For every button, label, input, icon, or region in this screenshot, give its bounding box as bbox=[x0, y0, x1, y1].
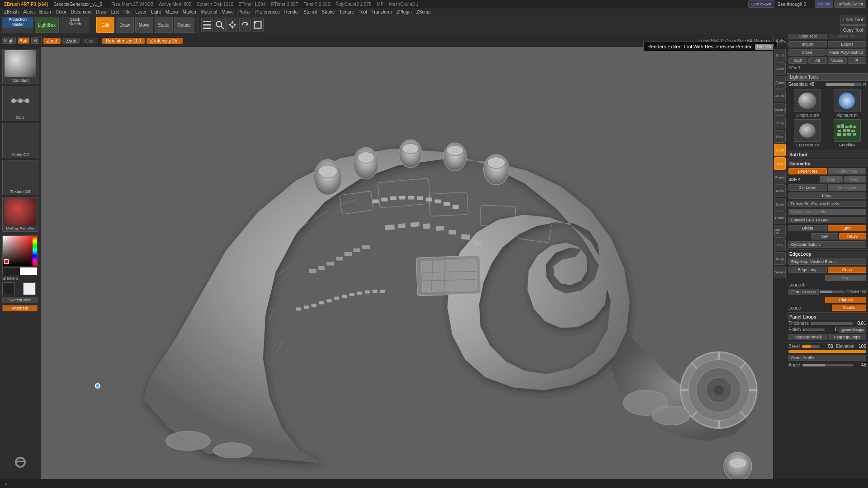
bevel-profile-btn[interactable]: Bevel Profile bbox=[788, 355, 866, 361]
thickness-slider[interactable] bbox=[811, 322, 853, 325]
hue-slider[interactable] bbox=[33, 236, 37, 266]
menu-item-render[interactable]: Render bbox=[282, 9, 302, 14]
zoom-icon[interactable]: Zoom bbox=[774, 62, 786, 75]
menu-item-document[interactable]: Document bbox=[69, 9, 94, 14]
lightbox-button[interactable]: LightBox bbox=[35, 17, 59, 33]
menu-item-texture[interactable]: Texture bbox=[337, 9, 356, 14]
groupsloops-btn[interactable]: GroupsLoops bbox=[788, 289, 819, 295]
menu-item-layer[interactable]: Layer bbox=[133, 9, 149, 14]
laym-btn[interactable]: LAym bbox=[788, 192, 866, 199]
alternate-button[interactable]: Alternate bbox=[2, 305, 38, 311]
greebles-slider[interactable] bbox=[826, 83, 862, 86]
z-intensity-slider[interactable]: Z Intensity 25 bbox=[146, 38, 183, 44]
gpolish-slider[interactable] bbox=[820, 291, 844, 293]
suv-btn[interactable]: Suv bbox=[811, 233, 838, 239]
quick-sketch-button[interactable]: QuickSketch bbox=[60, 17, 90, 33]
actual-icon[interactable]: Actual bbox=[774, 76, 786, 89]
lower-res-btn[interactable]: Lower Res bbox=[788, 168, 827, 174]
simplebrush-thumb[interactable]: SimpleBrush bbox=[788, 89, 827, 117]
export-btn[interactable]: Export bbox=[828, 41, 866, 47]
menu-item-light[interactable]: Light bbox=[149, 9, 163, 14]
default-zscript-button[interactable]: DefaultZScript bbox=[834, 0, 866, 8]
menu-item-zbrush[interactable]: ZBrush bbox=[2, 9, 21, 14]
draw-button[interactable]: Draw bbox=[116, 17, 134, 33]
regroup-loops-btn[interactable]: RegroupLoops bbox=[828, 334, 866, 340]
regroup-panels-btn[interactable]: RegroupPanels bbox=[788, 334, 827, 340]
canvas-area[interactable] bbox=[41, 47, 787, 479]
lightbox-tools-btn[interactable]: Lightbox Tools bbox=[787, 73, 868, 81]
material-preview[interactable]: MatCap Red Wax bbox=[2, 197, 38, 232]
import-btn[interactable]: Import bbox=[788, 41, 827, 47]
visible-btn[interactable]: Visible bbox=[828, 57, 847, 64]
brush-preview[interactable]: Standard bbox=[2, 49, 38, 84]
menu-item-stencil[interactable]: Stencil bbox=[302, 9, 320, 14]
rgb-button[interactable]: Rgb bbox=[18, 38, 30, 44]
persp-icon[interactable]: Persp bbox=[774, 117, 786, 129]
polish-slider[interactable] bbox=[803, 328, 825, 331]
menu-item-macro[interactable]: Macro bbox=[163, 9, 180, 14]
triangle-btn[interactable]: Triangle bbox=[825, 297, 866, 303]
scale-button[interactable]: Scale bbox=[155, 17, 173, 33]
projection-master-button[interactable]: ProjectionMaster bbox=[2, 17, 33, 33]
m-button[interactable]: M bbox=[31, 38, 39, 44]
cust-button[interactable]: Cust bbox=[82, 38, 99, 44]
edgeloop-title[interactable]: EdgeLoop bbox=[787, 251, 868, 258]
mrgb-button[interactable]: Mrgb bbox=[2, 38, 16, 44]
greebles-thumb[interactable]: Greebles bbox=[828, 119, 867, 147]
foreground-color[interactable] bbox=[2, 282, 15, 295]
panel-loops-title[interactable]: Panel Loops bbox=[787, 314, 868, 320]
menu-item-draw[interactable]: Draw bbox=[94, 9, 108, 14]
floor-icon[interactable]: Floor bbox=[774, 130, 786, 143]
model-display[interactable] bbox=[41, 47, 787, 479]
local-icon[interactable]: Local bbox=[774, 144, 786, 156]
drip-btn[interactable]: Drip bbox=[825, 275, 866, 281]
scroll-icon[interactable]: Scroll bbox=[774, 49, 786, 61]
alphabrush-thumb[interactable]: AlphaBrush bbox=[828, 89, 867, 117]
gradient-bar[interactable] bbox=[2, 267, 38, 275]
texture-preview[interactable]: Texture Off bbox=[2, 160, 38, 195]
menu-item-zscript[interactable]: ZScript bbox=[414, 9, 433, 14]
eraserbrush-thumb[interactable]: EraserBrush bbox=[788, 119, 827, 147]
subtool-title[interactable]: SubTool bbox=[787, 151, 868, 158]
menu-item-transform[interactable]: Transform bbox=[369, 9, 394, 14]
dots-preview[interactable]: Dots bbox=[2, 86, 38, 121]
menu-item-picker[interactable]: Picker bbox=[236, 9, 253, 14]
move-button[interactable]: Move bbox=[135, 17, 153, 33]
divide-btn[interactable]: Divide bbox=[788, 225, 827, 231]
switch-color-button[interactable]: SwitchColor bbox=[2, 297, 38, 303]
poly-icon[interactable]: Poly bbox=[774, 239, 786, 251]
angle-slider[interactable] bbox=[802, 364, 853, 366]
geometry-title[interactable]: Geometry bbox=[787, 160, 868, 167]
rgb-intensity-slider[interactable]: Rgb Intensity 100 bbox=[102, 38, 145, 44]
goz-btn[interactable]: GoZ bbox=[788, 57, 807, 64]
edge-loop-btn[interactable]: Edge Loop bbox=[788, 267, 827, 273]
scale-view-icon[interactable] bbox=[252, 18, 264, 32]
clone-btn[interactable]: Clone bbox=[788, 49, 826, 56]
zoom-icon[interactable] bbox=[214, 18, 226, 32]
frame-icon[interactable]: Frame bbox=[774, 171, 786, 183]
higher-res-btn[interactable]: Higher Res bbox=[828, 168, 866, 174]
smt-btn[interactable]: Smt bbox=[828, 225, 866, 231]
zsub-button[interactable]: Zsub bbox=[62, 38, 80, 44]
rotate2-icon[interactable]: Rotate bbox=[774, 211, 786, 224]
sculp-icon[interactable]: Sculp bbox=[774, 252, 786, 265]
menu-item-edit[interactable]: Edit bbox=[109, 9, 121, 14]
scale2-icon[interactable]: Scale bbox=[774, 198, 786, 211]
bevel-slider[interactable] bbox=[802, 345, 820, 348]
aahal-icon[interactable]: AAHal bbox=[774, 89, 786, 102]
menu-item-zplugin[interactable]: ZPlugin bbox=[394, 9, 414, 14]
menu-item-brush[interactable]: Brush bbox=[37, 9, 53, 14]
edgeloop-masked-btn[interactable]: Edgeloop Masked Border bbox=[788, 258, 866, 265]
alpha-preview[interactable]: Alpha Off bbox=[2, 123, 38, 158]
menu-item-color[interactable]: Color bbox=[53, 9, 69, 14]
rotate-button[interactable]: Rotate bbox=[174, 17, 194, 33]
copy-tool-button[interactable]: Copy Tool bbox=[840, 25, 866, 35]
crisp-btn[interactable]: Crisp bbox=[828, 267, 866, 273]
ignore-groups-btn[interactable]: Ignore Groups bbox=[839, 327, 866, 333]
menus-button[interactable]: Menus bbox=[815, 0, 833, 8]
rep-btn[interactable]: Rep bbox=[844, 176, 867, 183]
del-higher-btn[interactable]: Del Higher bbox=[828, 184, 866, 191]
reconstruct-subdiv-btn[interactable]: Reconstruct Subdiv bbox=[788, 209, 866, 215]
menu-item-file[interactable]: File bbox=[121, 9, 133, 14]
color-picker[interactable] bbox=[2, 235, 38, 266]
